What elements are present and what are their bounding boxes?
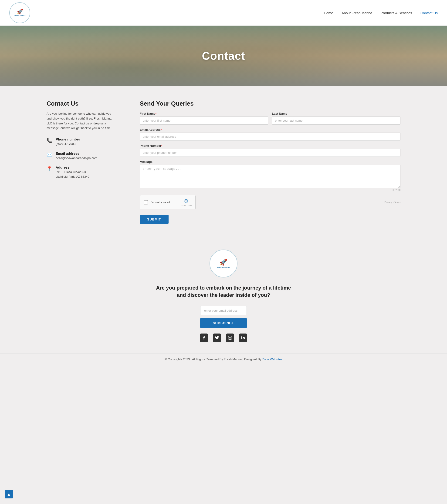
instagram-icon[interactable] bbox=[226, 334, 234, 342]
footer-email-input[interactable] bbox=[200, 306, 247, 315]
footer-logo-icon: 🚀 bbox=[217, 258, 230, 266]
first-name-input[interactable] bbox=[140, 117, 268, 125]
address-line1: 591 E Plaza Cir,#2653, bbox=[56, 170, 89, 174]
email-group: Email Address* bbox=[140, 128, 400, 141]
nav-products[interactable]: Products & Services bbox=[381, 11, 412, 15]
recaptcha-icon: ♻ bbox=[181, 198, 192, 204]
designer-link[interactable]: Zone Websites bbox=[262, 358, 282, 361]
hero-section: Contact bbox=[0, 26, 447, 86]
privacy-terms-link[interactable]: Privacy - Terms bbox=[384, 201, 400, 203]
nav-about[interactable]: About Fresh Manna bbox=[342, 11, 372, 15]
nav-contact[interactable]: Contact Us bbox=[420, 11, 438, 15]
footer-logo: 🚀 Fresh Manna bbox=[210, 250, 237, 277]
captcha-box: I'm not a robot ♻ reCAPTCHA bbox=[140, 195, 195, 209]
email-contact-item: ✉️ Email address hello@shawandarandolph.… bbox=[47, 151, 117, 161]
submit-button[interactable]: SUBMIT bbox=[140, 215, 169, 224]
contact-info-title: Contact Us bbox=[47, 100, 117, 107]
hero-title: Contact bbox=[202, 50, 245, 62]
copyright-text: © Copyrights 2023 | All Rights Reserved … bbox=[165, 358, 262, 361]
nav-home[interactable]: Home bbox=[324, 11, 333, 15]
social-icons bbox=[5, 334, 442, 342]
linkedin-icon[interactable] bbox=[239, 334, 247, 342]
footer-tagline: Are you prepared to embark on the journe… bbox=[154, 285, 293, 299]
location-icon: 📍 bbox=[47, 166, 52, 171]
first-name-label: First Name* bbox=[140, 112, 268, 115]
site-header: 🚀 Fresh Manna Home About Fresh Manna Pro… bbox=[0, 0, 447, 26]
phone-label: Phone number bbox=[56, 137, 80, 141]
last-name-label: Last Name bbox=[272, 112, 400, 115]
email-icon: ✉️ bbox=[47, 152, 52, 158]
phone-input[interactable] bbox=[140, 149, 400, 157]
logo-text: Fresh Manna bbox=[14, 15, 25, 17]
message-group: Message 0 / 180 bbox=[140, 160, 400, 191]
contact-info-section: Contact Us Are you looking for someone w… bbox=[47, 100, 117, 224]
name-row: First Name* Last Name bbox=[140, 112, 400, 125]
phone-contact-item: 📞 Phone number (602)847-7903 bbox=[47, 137, 117, 146]
svg-point-3 bbox=[241, 336, 242, 337]
footer-logo-text: Fresh Manna bbox=[217, 266, 230, 269]
contact-info-description: Are you looking for someone who can guid… bbox=[47, 111, 117, 131]
logo: 🚀 Fresh Manna bbox=[9, 2, 30, 23]
form-title: Send Your Queries bbox=[140, 100, 400, 107]
phone-value[interactable]: (602)847-7903 bbox=[56, 142, 80, 146]
email-value[interactable]: hello@shawandarandolph.com bbox=[56, 156, 97, 161]
char-count: 0 / 180 bbox=[140, 189, 400, 191]
captcha-label: I'm not a robot bbox=[151, 200, 170, 204]
privacy-terms: Privacy - Terms bbox=[384, 201, 400, 203]
main-nav: Home About Fresh Manna Products & Servic… bbox=[324, 11, 438, 15]
subscribe-button[interactable]: SUBSCRIBE bbox=[200, 318, 247, 328]
first-name-group: First Name* bbox=[140, 112, 268, 125]
last-name-input[interactable] bbox=[272, 117, 400, 125]
svg-rect-0 bbox=[228, 336, 232, 339]
email-field-label: Email Address* bbox=[140, 128, 400, 131]
captcha-row: I'm not a robot ♻ reCAPTCHA Privacy - Te… bbox=[140, 195, 400, 209]
main-content: Contact Us Are you looking for someone w… bbox=[0, 86, 447, 238]
captcha-checkbox[interactable] bbox=[144, 200, 148, 204]
message-textarea[interactable] bbox=[140, 165, 400, 188]
phone-icon: 📞 bbox=[47, 138, 52, 143]
address-contact-item: 📍 Address 591 E Plaza Cir,#2653, Litchfi… bbox=[47, 165, 117, 179]
footer-top: 🚀 Fresh Manna Are you prepared to embark… bbox=[0, 238, 447, 354]
address-label: Address bbox=[56, 165, 89, 169]
address-line2: Litchfield Park, AZ 85340 bbox=[56, 174, 89, 179]
twitter-icon[interactable] bbox=[213, 334, 221, 342]
footer-bottom: © Copyrights 2023 | All Rights Reserved … bbox=[0, 354, 447, 365]
svg-rect-2 bbox=[241, 337, 242, 339]
phone-field-label: Phone Number* bbox=[140, 144, 400, 147]
email-input[interactable] bbox=[140, 133, 400, 141]
send-queries-section: Send Your Queries First Name* Last Name … bbox=[140, 100, 400, 224]
facebook-icon[interactable] bbox=[200, 334, 208, 342]
logo-icon: 🚀 bbox=[14, 9, 25, 15]
phone-group: Phone Number* bbox=[140, 144, 400, 157]
recaptcha-badge: reCAPTCHA bbox=[181, 204, 192, 206]
logo-wrap: 🚀 Fresh Manna bbox=[9, 2, 30, 23]
message-label: Message bbox=[140, 160, 400, 163]
last-name-group: Last Name bbox=[272, 112, 400, 125]
email-label: Email address bbox=[56, 151, 97, 155]
